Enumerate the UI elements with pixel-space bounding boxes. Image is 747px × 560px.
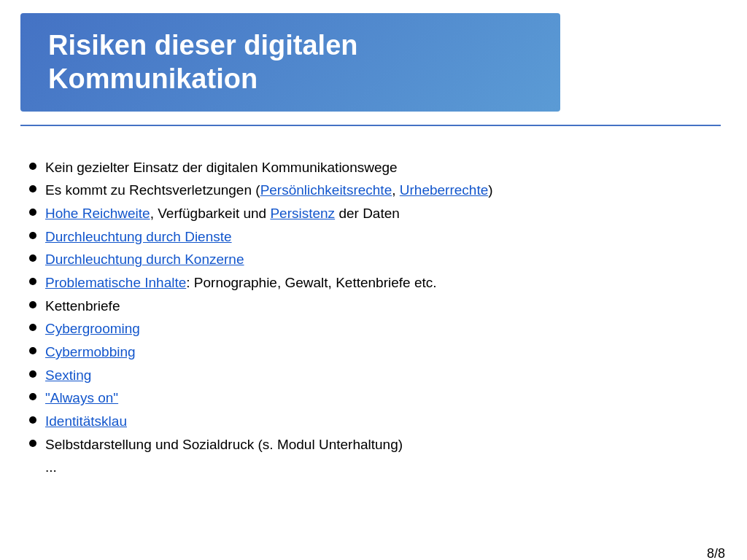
- bullet-dot: [29, 393, 36, 400]
- title-text: Risiken dieser digitalen Kommunikation: [48, 29, 538, 96]
- bullet-text: Durchleuchtung durch Dienste: [45, 228, 718, 246]
- bullet-text: "Always on": [45, 389, 718, 408]
- page-number: 8/8: [707, 546, 725, 560]
- urheberrechte-link[interactable]: Urheberrechte: [400, 182, 488, 198]
- durchleuchtung-dienste-link[interactable]: Durchleuchtung durch Dienste: [45, 229, 232, 244]
- durchleuchtung-konzerne-link[interactable]: Durchleuchtung durch Konzerne: [45, 252, 244, 267]
- list-item: "Always on": [29, 389, 718, 408]
- bullet-text: ...: [45, 458, 718, 477]
- list-item: Problematische Inhalte: Pornographie, Ge…: [29, 273, 718, 292]
- bullet-dot: [29, 347, 36, 354]
- bullet-list: Kein gezielter Einsatz der digitalen Kom…: [29, 135, 718, 477]
- persoenlichkeitsrechte-link[interactable]: Persönlichkeitsrechte: [260, 182, 392, 198]
- persistenz-link[interactable]: Persistenz: [270, 206, 335, 221]
- cybergrooming-link[interactable]: Cybergrooming: [45, 321, 140, 336]
- bullet-dot: [29, 254, 36, 262]
- identitaetsklau-link[interactable]: Identitätsklau: [45, 413, 127, 429]
- bullet-dot: [29, 416, 36, 424]
- list-item: Kettenbriefe: [29, 297, 718, 316]
- list-item: [29, 135, 718, 154]
- list-item: Kein gezielter Einsatz der digitalen Kom…: [29, 158, 718, 177]
- list-item: Sexting: [29, 366, 718, 385]
- list-item: ...: [29, 458, 718, 477]
- bullet-text: Hohe Reichweite, Verfügbarkeit und Persi…: [45, 204, 718, 223]
- title-box: Risiken dieser digitalen Kommunikation: [20, 13, 560, 112]
- list-item: Cybergrooming: [29, 319, 718, 338]
- always-on-link[interactable]: "Always on": [45, 390, 118, 405]
- bullet-dot: [29, 163, 36, 170]
- bullet-text: Problematische Inhalte: Pornographie, Ge…: [45, 273, 718, 292]
- bullet-dot: [29, 440, 36, 447]
- cybermobbing-link[interactable]: Cybermobbing: [45, 344, 136, 359]
- bullet-dot: [29, 370, 36, 378]
- bullet-dot: [29, 139, 36, 147]
- list-item: Es kommt zu Rechtsverletzungen (Persönli…: [29, 181, 718, 200]
- bullet-dot: [29, 232, 36, 239]
- list-item: Identitätsklau: [29, 412, 718, 431]
- slide: Risiken dieser digitalen Kommunikation K…: [0, 13, 747, 560]
- bullet-dot: [29, 185, 36, 192]
- bullet-text: Cybergrooming: [45, 319, 718, 338]
- title-line1: Risiken dieser digitalen: [48, 30, 357, 61]
- problematische-inhalte-link[interactable]: Problematische Inhalte: [45, 275, 186, 290]
- list-item: Durchleuchtung durch Dienste: [29, 228, 718, 246]
- list-item: Hohe Reichweite, Verfügbarkeit und Persi…: [29, 204, 718, 223]
- bullet-text: Kettenbriefe: [45, 297, 718, 316]
- bullet-dot: [29, 278, 36, 285]
- content-area: Kein gezielter Einsatz der digitalen Kom…: [0, 126, 747, 477]
- bullet-text: Selbstdarstellung und Sozialdruck (s. Mo…: [45, 435, 718, 454]
- hohe-reichweite-link[interactable]: Hohe Reichweite: [45, 206, 150, 221]
- bullet-text: Cybermobbing: [45, 343, 718, 362]
- list-item: Selbstdarstellung und Sozialdruck (s. Mo…: [29, 435, 718, 454]
- bullet-text: Kein gezielter Einsatz der digitalen Kom…: [45, 158, 718, 177]
- bullet-dot: [29, 209, 36, 216]
- bullet-text: Es kommt zu Rechtsverletzungen (Persönli…: [45, 181, 718, 200]
- bullet-text: Durchleuchtung durch Konzerne: [45, 250, 718, 269]
- list-item: Durchleuchtung durch Konzerne: [29, 250, 718, 269]
- bullet-text: Identitätsklau: [45, 412, 718, 431]
- bullet-dot: [29, 324, 36, 331]
- bullet-text: Sexting: [45, 366, 718, 385]
- list-item: Cybermobbing: [29, 343, 718, 362]
- title-line2: Kommunikation: [48, 63, 258, 94]
- bullet-dot: [29, 301, 36, 308]
- sexting-link[interactable]: Sexting: [45, 368, 91, 383]
- bullet-dot: [29, 462, 36, 470]
